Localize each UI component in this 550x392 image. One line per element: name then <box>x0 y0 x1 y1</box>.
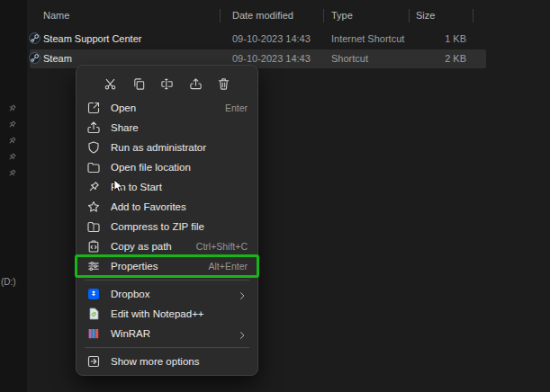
column-separator[interactable] <box>323 9 324 22</box>
column-header-date-modified[interactable]: Date modified <box>232 10 293 21</box>
open-icon <box>86 101 101 115</box>
column-separator[interactable] <box>220 9 221 22</box>
show-more-icon <box>86 354 101 369</box>
file-size: 2 KB <box>445 53 466 64</box>
delete-icon <box>217 77 230 91</box>
chevron-right-icon <box>237 289 248 299</box>
menu-item-shortcut: Enter <box>225 102 248 113</box>
menu-item-pin-to-start[interactable]: Pin to Start <box>77 177 257 197</box>
menu-item-show-more-options[interactable]: Show more options <box>77 352 257 371</box>
menu-item-label: Properties <box>111 261 209 272</box>
column-separator[interactable] <box>473 9 473 22</box>
menu-item-label: Run as administrator <box>111 142 248 153</box>
share-icon <box>86 120 101 135</box>
menu-item-copy-as-path[interactable]: Copy as path Ctrl+Shift+C <box>77 236 257 256</box>
menu-item-label: Open <box>111 102 225 113</box>
steam-icon <box>28 51 41 65</box>
pin-icon <box>7 165 17 175</box>
menu-item-label: Add to Favorites <box>111 201 248 212</box>
menu-item-winrar[interactable]: WinRAR <box>77 324 257 343</box>
dropbox-icon <box>86 287 101 301</box>
menu-item-shortcut: Ctrl+Shift+C <box>196 241 248 252</box>
menu-item-shortcut: Alt+Enter <box>209 261 248 272</box>
menu-item-label: Show more options <box>111 356 248 367</box>
menu-item-dropbox[interactable]: Dropbox <box>77 284 257 304</box>
context-menu: Open Enter Share Run as administrator Op… <box>76 65 258 376</box>
rename-icon <box>160 77 174 91</box>
menu-item-label: Compress to ZIP file <box>111 221 248 232</box>
menu-item-open-file-location[interactable]: Open file location <box>77 157 257 177</box>
pin-icon <box>7 133 17 143</box>
notepad-plus-plus-icon <box>86 307 101 321</box>
file-size: 1 KB <box>445 33 466 44</box>
folder-icon <box>86 160 101 174</box>
cut-button[interactable] <box>98 72 123 95</box>
share-button[interactable] <box>183 72 208 95</box>
column-header-type[interactable]: Type <box>331 10 353 21</box>
menu-item-open[interactable]: Open Enter <box>77 98 257 118</box>
menu-item-compress-to-zip[interactable]: Compress to ZIP file <box>77 217 257 236</box>
zip-folder-icon <box>86 219 101 234</box>
star-icon <box>86 200 101 214</box>
file-date-modified: 09-10-2023 14:43 <box>232 33 311 44</box>
winrar-icon <box>86 326 101 341</box>
menu-item-label: Dropbox <box>111 289 231 299</box>
shield-icon <box>86 140 101 155</box>
menu-item-label: WinRAR <box>111 328 231 339</box>
menu-item-run-as-administrator[interactable]: Run as administrator <box>77 138 257 157</box>
column-header-name[interactable]: Name <box>43 10 69 21</box>
file-name: Steam <box>43 53 72 64</box>
chevron-right-icon <box>237 328 248 339</box>
properties-sliders-icon <box>86 259 101 273</box>
pin-icon <box>7 101 17 111</box>
menu-item-edit-with-notepad-plus-plus[interactable]: Edit with Notepad++ <box>77 304 257 324</box>
drive-label[interactable]: (D:) <box>1 277 16 287</box>
file-date-modified: 09-10-2023 14:43 <box>232 53 311 64</box>
delete-button[interactable] <box>212 72 237 95</box>
steam-icon <box>28 31 41 45</box>
clipboard-path-icon <box>86 239 101 254</box>
pin-icon <box>86 180 101 194</box>
column-header-row: Name Date modified Type Size <box>27 7 504 25</box>
context-menu-toolbar <box>77 69 257 98</box>
cut-icon <box>104 77 117 91</box>
column-header-size[interactable]: Size <box>416 10 435 21</box>
share-icon <box>189 77 203 91</box>
menu-item-label: Copy as path <box>111 241 196 252</box>
rename-button[interactable] <box>155 72 180 95</box>
menu-item-add-to-favorites[interactable]: Add to Favorites <box>77 197 257 217</box>
file-name: Steam Support Center <box>43 33 141 44</box>
menu-item-share[interactable]: Share <box>77 118 257 138</box>
pin-icon <box>7 149 17 159</box>
copy-button[interactable] <box>126 72 151 95</box>
column-separator[interactable] <box>409 9 410 22</box>
menu-item-label: Edit with Notepad++ <box>111 308 248 319</box>
menu-item-label: Pin to Start <box>111 182 248 192</box>
copy-icon <box>132 77 146 91</box>
file-type: Internet Shortcut <box>331 33 404 44</box>
menu-item-label: Share <box>111 122 248 133</box>
navigation-pane: (D:) <box>0 0 27 392</box>
menu-separator <box>85 347 249 348</box>
pin-icon <box>7 117 17 127</box>
menu-item-properties[interactable]: Properties Alt+Enter <box>77 256 257 276</box>
file-row-steam-support-center[interactable]: Steam Support Center 09-10-2023 14:43 In… <box>30 30 486 49</box>
file-type: Shortcut <box>331 53 368 64</box>
menu-item-label: Open file location <box>111 162 248 173</box>
menu-separator <box>85 280 249 281</box>
